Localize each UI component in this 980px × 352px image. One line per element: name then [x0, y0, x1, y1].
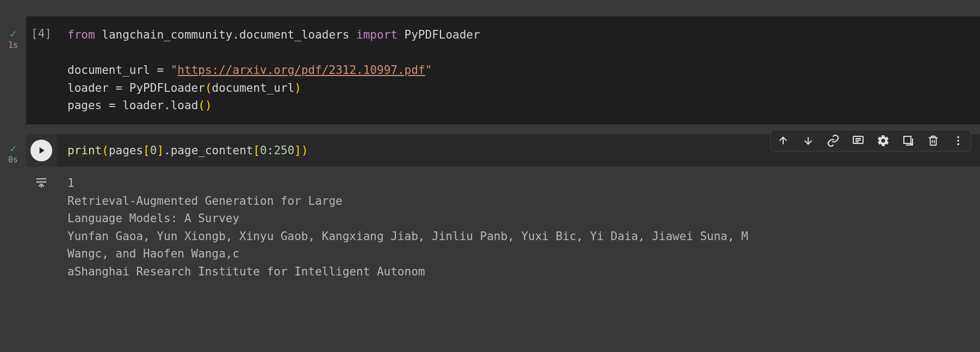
more-vert-icon	[952, 135, 964, 147]
exec-time: 1s	[8, 40, 18, 50]
mirror-button[interactable]	[901, 134, 915, 148]
arrow-up-icon	[777, 135, 789, 147]
paren-close: )	[294, 81, 301, 95]
check-icon: ✓	[10, 28, 16, 39]
keyword-from: from	[67, 28, 95, 41]
code-editor[interactable]: from langchain_community.document_loader…	[57, 16, 980, 124]
paren-open: (	[205, 81, 212, 95]
comment-icon	[852, 134, 865, 147]
assign-op: =	[109, 99, 116, 112]
arrow-down-icon	[802, 135, 814, 147]
svg-point-6	[957, 140, 959, 142]
var-pages: pages	[67, 99, 102, 112]
module-path: langchain_community.document_loaders	[102, 28, 349, 41]
attr-page-content: page_content	[171, 144, 253, 157]
cell-toolbar	[770, 130, 971, 152]
delete-button[interactable]	[926, 134, 940, 148]
cell-gutter: ✓ 0s	[0, 134, 26, 292]
url-string: https://arxiv.org/pdf/2312.10997.pdf	[177, 64, 425, 77]
bracket-close: ]	[157, 144, 164, 157]
ref-loader: loader	[122, 99, 164, 112]
class-name: PyPDFLoader	[129, 81, 205, 95]
move-up-button[interactable]	[776, 134, 790, 148]
gear-icon	[877, 134, 890, 147]
bracket-open: [	[143, 144, 150, 157]
mirror-icon	[902, 134, 915, 147]
link-icon	[827, 134, 840, 147]
code-cell: ✓ 1s [4] from langchain_community.docume…	[0, 0, 980, 124]
comment-button[interactable]	[851, 134, 865, 148]
var-document-url: document_url	[67, 64, 150, 77]
fn-print: print	[67, 144, 102, 157]
trash-icon	[927, 135, 939, 147]
output-toggle[interactable]	[26, 167, 57, 291]
bracket-open: [	[253, 144, 260, 157]
colon: :	[267, 144, 274, 157]
paren-close: )	[301, 144, 308, 157]
assign-op: =	[116, 81, 123, 95]
var-loader: loader	[67, 81, 109, 95]
paren-open: (	[102, 144, 109, 157]
dot: .	[164, 144, 171, 157]
cell-gutter: ✓ 1s	[0, 16, 26, 124]
svg-point-7	[957, 143, 959, 145]
cell-main: [4] from langchain_community.document_lo…	[26, 16, 980, 124]
slice-end: 250	[274, 144, 294, 157]
paren-close: )	[205, 99, 212, 112]
link-button[interactable]	[826, 134, 840, 148]
exec-count: [4]	[26, 16, 57, 124]
keyword-import: import	[356, 28, 398, 41]
run-button[interactable]	[30, 140, 52, 161]
paren-open: (	[198, 99, 205, 112]
slice-start: 0	[260, 144, 267, 157]
ref-pages: pages	[109, 144, 143, 157]
assign-op: =	[157, 64, 164, 77]
output-collapse-icon	[34, 174, 49, 190]
output-text: 1 Retrieval-Augmented Generation for Lar…	[57, 167, 980, 291]
check-icon: ✓	[10, 143, 16, 154]
exec-time: 0s	[8, 155, 18, 165]
index-0: 0	[150, 144, 157, 157]
string-quote-close: "	[425, 64, 432, 77]
run-area	[26, 134, 57, 167]
cell-header: [4] from langchain_community.document_lo…	[26, 16, 980, 124]
method-load: load	[171, 99, 199, 112]
settings-button[interactable]	[876, 134, 890, 148]
string-quote-open: "	[171, 64, 178, 77]
svg-point-5	[957, 136, 959, 138]
imported-name: PyPDFLoader	[405, 28, 480, 41]
output-row: 1 Retrieval-Augmented Generation for Lar…	[26, 167, 980, 291]
bracket-close: ]	[294, 144, 301, 157]
play-icon	[36, 145, 47, 156]
cell-main: print(pages[0].page_content[0:250]) 1 Re…	[26, 134, 980, 292]
dot: .	[164, 99, 171, 112]
svg-rect-4	[904, 136, 911, 143]
arg: document_url	[212, 81, 295, 95]
code-cell-active: ✓ 0s	[0, 134, 980, 292]
more-button[interactable]	[951, 134, 965, 148]
move-down-button[interactable]	[801, 134, 815, 148]
